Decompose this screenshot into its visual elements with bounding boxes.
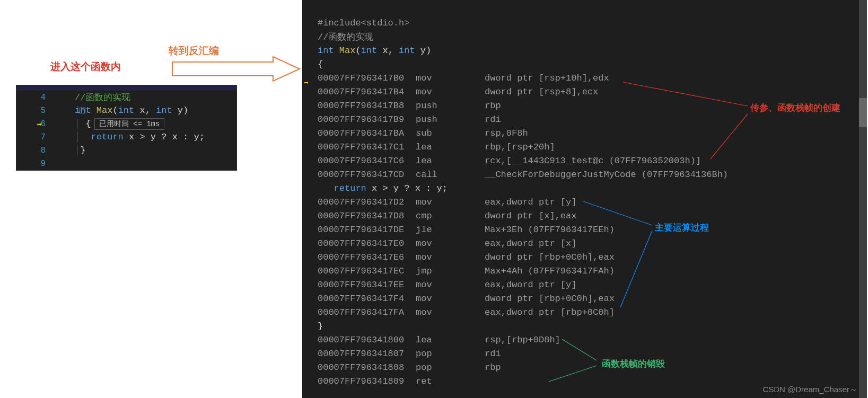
asm-op: eax,dword ptr [y] bbox=[485, 197, 576, 207]
asm-mnem: call bbox=[416, 170, 485, 180]
asm-mnem: mov bbox=[416, 197, 485, 207]
asm-mnem: mov bbox=[416, 73, 485, 83]
asm-op: rbp bbox=[485, 362, 501, 373]
line-number: 9 bbox=[40, 159, 46, 169]
current-instruction-arrow-icon: ➡ bbox=[304, 78, 309, 88]
asm-addr: 00007FF796341807 bbox=[312, 349, 416, 359]
asm-mnem: sub bbox=[416, 128, 485, 138]
asm-mnem: pop bbox=[416, 349, 485, 359]
asm-addr: 00007FF7963417CD bbox=[312, 170, 416, 180]
asm-row: 00007FF7963417C6learcx,[__1443C913_test@… bbox=[302, 154, 867, 167]
asm-row: 00007FF7963417B4movdword ptr [rsp+8],ecx bbox=[302, 85, 867, 99]
line-number: 5 bbox=[40, 106, 46, 116]
kw: return bbox=[91, 132, 124, 142]
asm-addr: 00007FF7963417B0 bbox=[312, 73, 416, 83]
asm-row: 00007FF7963417F4movdword ptr [rbp+0C0h],… bbox=[302, 291, 867, 305]
asm-mnem: mov bbox=[416, 307, 485, 317]
annotation-stack-create: 传参、函数栈帧的创建 bbox=[750, 102, 840, 114]
kw: int bbox=[118, 105, 135, 116]
asm-row: 00007FF7963417EEmoveax,dword ptr [y] bbox=[302, 278, 867, 291]
param: y) bbox=[415, 46, 432, 56]
asm-row: 00007FF7963417E6movdword ptr [rbp+0C0h],… bbox=[302, 250, 867, 264]
annotation-enter-function: 进入这个函数内 bbox=[50, 60, 121, 74]
asm-mnem: mov bbox=[416, 294, 485, 304]
line-number: 8 bbox=[40, 146, 46, 155]
asm-row: 00007FF796341807poprdi bbox=[302, 347, 867, 360]
param: x, bbox=[134, 105, 156, 116]
asm-row: 00007FF7963417B9pushrdi bbox=[302, 112, 867, 126]
asm-row: 00007FF7963417ECjmpMax+4Ah (07FF7963417F… bbox=[302, 264, 867, 278]
code-line-5: 5 − int Max(int x, int y) bbox=[16, 104, 236, 117]
asm-mnem: push bbox=[416, 114, 485, 125]
brace-open: { bbox=[312, 59, 323, 69]
asm-op: rdi bbox=[485, 114, 501, 125]
code-line-6: ➡6 │ {已用时间 <= 1ms bbox=[16, 117, 236, 130]
asm-op: Max+4Ah (07FF7963417FAh) bbox=[485, 266, 615, 276]
scrollbar-thumb[interactable] bbox=[859, 98, 867, 127]
asm-op: rbp bbox=[485, 101, 501, 111]
brace-close: } bbox=[80, 145, 85, 155]
kw: int bbox=[318, 46, 334, 56]
code-line-4: 4 //函数的实现 bbox=[16, 91, 236, 104]
asm-mnem: lea bbox=[416, 156, 485, 166]
asm-op: __CheckForDebuggerJustMyCode (07FF796341… bbox=[485, 170, 728, 180]
asm-addr: 00007FF7963417B9 bbox=[312, 114, 416, 125]
asm-mnem: jmp bbox=[416, 266, 485, 276]
kw: int bbox=[156, 105, 172, 116]
asm-addr: 00007FF7963417E0 bbox=[312, 238, 416, 249]
asm-row: 00007FF7963417DEjleMax+3Eh (07FF7963417E… bbox=[302, 223, 867, 236]
asm-addr: 00007FF796341808 bbox=[312, 362, 416, 373]
asm-mnem: jle bbox=[416, 225, 485, 235]
source-tab-header[interactable] bbox=[16, 85, 236, 91]
asm-row: 00007FF7963417E0moveax,dword ptr [x] bbox=[302, 236, 867, 250]
code-line-7: 7 │ return x > y ? x : y; bbox=[16, 130, 236, 144]
src-include: #include<stdio.h> bbox=[312, 18, 409, 28]
asm-addr: 00007FF7963417EE bbox=[312, 280, 416, 290]
asm-row: 00007FF7963417D8cmpdword ptr [x],eax bbox=[302, 209, 867, 223]
source-code-panel: 4 //函数的实现 5 − int Max(int x, int y) ➡6 │… bbox=[16, 85, 237, 171]
comment-text: //函数的实现 bbox=[75, 93, 130, 103]
code-line-9: 9 bbox=[16, 157, 236, 170]
asm-op: eax,dword ptr [rbp+0C0h] bbox=[485, 307, 615, 317]
asm-mnem: mov bbox=[416, 87, 485, 97]
asm-op: dword ptr [rsp+10h],edx bbox=[485, 73, 609, 83]
asm-op: rdi bbox=[485, 349, 501, 359]
asm-mnem: mov bbox=[416, 252, 485, 262]
asm-row: 00007FF7963417BAsubrsp,0F8h bbox=[302, 126, 867, 140]
asm-op: eax,dword ptr [y] bbox=[485, 280, 576, 290]
asm-addr: 00007FF7963417D8 bbox=[312, 211, 416, 221]
asm-mnem: lea bbox=[416, 335, 485, 345]
asm-addr: 00007FF796341800 bbox=[312, 335, 416, 345]
line-number: 4 bbox=[40, 93, 46, 102]
asm-addr: 00007FF7963417C1 bbox=[312, 142, 416, 152]
collapse-icon[interactable]: − bbox=[80, 108, 85, 113]
expr: x > y ? x : y; bbox=[124, 132, 205, 142]
asm-mnem: ret bbox=[416, 376, 485, 386]
asm-op: rcx,[__1443C913_test@c (07FF796352003h)] bbox=[485, 156, 701, 166]
asm-addr: 00007FF7963417E6 bbox=[312, 252, 416, 262]
timing-badge[interactable]: 已用时间 <= 1ms bbox=[94, 118, 165, 130]
asm-op: dword ptr [rsp+8],ecx bbox=[485, 87, 598, 97]
brace-close: } bbox=[312, 321, 323, 331]
kw: int bbox=[399, 46, 415, 56]
disassembly-panel: #include<stdio.h> //函数的实现 int Max(int x,… bbox=[302, 0, 867, 398]
asm-row: 00007FF7963417CDcall__CheckForDebuggerJu… bbox=[302, 167, 867, 181]
asm-op: Max+3Eh (07FF7963417EEh) bbox=[485, 225, 615, 235]
param: x, bbox=[377, 46, 399, 56]
asm-addr: 00007FF7963417B4 bbox=[312, 87, 416, 97]
paren: ( bbox=[355, 46, 361, 56]
asm-row: 00007FF7963417D2moveax,dword ptr [y] bbox=[302, 195, 867, 209]
annotation-stack-destroy: 函数栈帧的销毁 bbox=[602, 358, 665, 370]
asm-op: eax,dword ptr [x] bbox=[485, 238, 576, 249]
param: y) bbox=[172, 105, 189, 116]
asm-op: rsp,0F8h bbox=[485, 128, 528, 138]
scrollbar[interactable] bbox=[859, 0, 867, 398]
asm-op: rsp,[rbp+0D8h] bbox=[485, 335, 560, 345]
asm-row: 00007FF796341800learsp,[rbp+0D8h] bbox=[302, 333, 867, 347]
brace-open: { bbox=[85, 119, 91, 129]
asm-mnem: push bbox=[416, 101, 485, 111]
line-number: 7 bbox=[40, 132, 46, 142]
asm-addr: 00007FF7963417C6 bbox=[312, 156, 416, 166]
asm-op: dword ptr [rbp+0C0h],eax bbox=[485, 252, 615, 262]
fn: Max bbox=[334, 46, 356, 56]
